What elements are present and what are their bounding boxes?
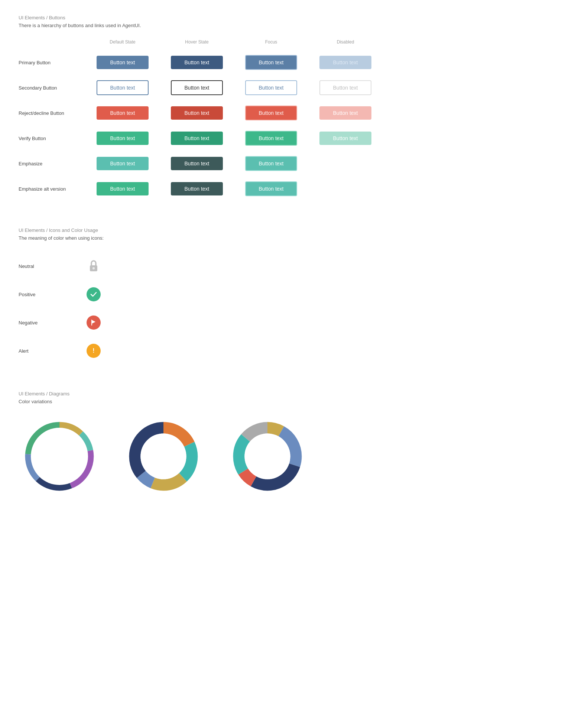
reject-default-button[interactable]: Button text xyxy=(97,106,149,120)
reject-default-cell: Button text xyxy=(85,100,160,126)
icon-display-neutral xyxy=(85,258,102,274)
secondary-disabled-cell: Button text xyxy=(308,75,383,100)
primary-default-cell: Button text xyxy=(85,50,160,75)
primary-disabled-button: Button text xyxy=(319,56,371,69)
col-header-default: Default State xyxy=(85,39,160,50)
diagrams-section: UI Elements / Diagrams Color variations xyxy=(19,391,553,497)
row-label-primary: Primary Button xyxy=(19,50,85,75)
emph-alt-default-cell: Button text xyxy=(85,176,160,201)
reject-disabled-cell: Button text xyxy=(308,100,383,126)
emph-alt-default-button[interactable]: Button text xyxy=(97,182,149,195)
icon-row-negative: Negative xyxy=(19,308,553,337)
icon-row-alert: Alert ! xyxy=(19,337,553,365)
buttons-section-title: UI Elements / Buttons xyxy=(19,15,553,20)
icons-section-title: UI Elements / Icons and Color Usage xyxy=(19,227,553,233)
check-icon xyxy=(87,287,101,301)
verify-focus-button[interactable]: Button text xyxy=(245,131,297,146)
emph-hover-cell: Button text xyxy=(160,151,234,176)
secondary-default-button[interactable]: Button text xyxy=(97,80,149,95)
diagrams-section-title: UI Elements / Diagrams xyxy=(19,391,553,397)
icon-label-neutral: Neutral xyxy=(19,263,85,269)
svg-point-18 xyxy=(140,433,186,479)
emph-alt-focus-button[interactable]: Button text xyxy=(245,181,297,196)
svg-text:!: ! xyxy=(92,347,94,354)
emph-alt-hover-cell: Button text xyxy=(160,176,234,201)
icon-display-negative xyxy=(85,314,102,331)
reject-focus-button[interactable]: Button text xyxy=(245,106,297,120)
reject-hover-cell: Button text xyxy=(160,100,234,126)
emph-alt-disabled-cell xyxy=(308,176,383,201)
verify-hover-button[interactable]: Button text xyxy=(171,132,223,145)
secondary-disabled-button: Button text xyxy=(319,80,371,95)
primary-hover-cell: Button text xyxy=(160,50,234,75)
primary-disabled-cell: Button text xyxy=(308,50,383,75)
svg-marker-2 xyxy=(92,320,95,324)
icon-label-negative: Negative xyxy=(19,320,85,326)
row-label-verify: Verify Button xyxy=(19,126,85,151)
icon-label-positive: Positive xyxy=(19,292,85,297)
icons-section-subtitle: The meaning of color when using icons: xyxy=(19,235,553,241)
reject-focus-cell: Button text xyxy=(234,100,308,126)
verify-default-button[interactable]: Button text xyxy=(97,132,149,145)
row-label-secondary: Secondary Button xyxy=(19,75,85,100)
diagrams-section-subtitle: Color variations xyxy=(19,399,553,404)
svg-point-25 xyxy=(244,433,290,479)
secondary-hover-button[interactable]: Button text xyxy=(171,80,223,95)
diagrams-row xyxy=(19,415,553,497)
verify-hover-cell: Button text xyxy=(160,126,234,151)
col-header-label xyxy=(19,39,85,50)
icon-display-alert: ! xyxy=(85,343,102,359)
col-header-hover: Hover State xyxy=(160,39,234,50)
emph-default-cell: Button text xyxy=(85,151,160,176)
verify-default-cell: Button text xyxy=(85,126,160,151)
verify-focus-cell: Button text xyxy=(234,126,308,151)
emph-alt-hover-button[interactable]: Button text xyxy=(171,182,223,195)
icon-row-neutral: Neutral xyxy=(19,252,553,280)
row-label-emph: Emphasize xyxy=(19,151,85,176)
svg-point-12 xyxy=(36,433,82,479)
primary-default-button[interactable]: Button text xyxy=(97,56,149,69)
row-label-emph-alt: Emphasize alt version xyxy=(19,176,85,201)
emph-default-button[interactable]: Button text xyxy=(97,157,149,170)
icon-row-positive: Positive xyxy=(19,280,553,308)
donut-chart-2 xyxy=(123,415,204,497)
emph-disabled-cell xyxy=(308,151,383,176)
svg-rect-1 xyxy=(92,267,95,269)
icon-label-alert: Alert xyxy=(19,348,85,354)
buttons-grid: Default State Hover State Focus Disabled… xyxy=(19,39,553,201)
donut-svg-3 xyxy=(227,415,308,497)
buttons-section: UI Elements / Buttons There is a hierarc… xyxy=(19,15,553,201)
flag-icon xyxy=(87,316,101,330)
icon-display-positive xyxy=(85,286,102,302)
donut-svg-1 xyxy=(19,415,100,497)
secondary-focus-cell: Button text xyxy=(234,75,308,100)
verify-disabled-button: Button text xyxy=(319,132,371,145)
donut-chart-3 xyxy=(227,415,308,497)
donut-svg-2 xyxy=(123,415,204,497)
secondary-default-cell: Button text xyxy=(85,75,160,100)
donut-chart-1 xyxy=(19,415,100,497)
reject-disabled-button: Button text xyxy=(319,106,371,120)
col-header-disabled: Disabled xyxy=(308,39,383,50)
primary-focus-cell: Button text xyxy=(234,50,308,75)
emph-focus-button[interactable]: Button text xyxy=(245,156,297,171)
primary-hover-button[interactable]: Button text xyxy=(171,56,223,69)
secondary-hover-cell: Button text xyxy=(160,75,234,100)
lock-icon xyxy=(88,259,99,273)
emph-focus-cell: Button text xyxy=(234,151,308,176)
emph-alt-focus-cell: Button text xyxy=(234,176,308,201)
exclaim-icon: ! xyxy=(87,344,101,358)
verify-disabled-cell: Button text xyxy=(308,126,383,151)
buttons-section-subtitle: There is a hierarchy of buttons and link… xyxy=(19,23,553,28)
reject-hover-button[interactable]: Button text xyxy=(171,106,223,120)
row-label-reject: Reject/decline Button xyxy=(19,100,85,126)
col-header-focus: Focus xyxy=(234,39,308,50)
secondary-focus-button[interactable]: Button text xyxy=(245,80,297,95)
primary-focus-button[interactable]: Button text xyxy=(245,55,297,70)
icons-section: UI Elements / Icons and Color Usage The … xyxy=(19,227,553,365)
emph-hover-button[interactable]: Button text xyxy=(171,157,223,170)
